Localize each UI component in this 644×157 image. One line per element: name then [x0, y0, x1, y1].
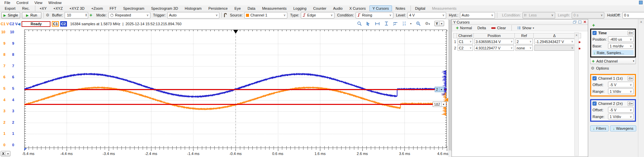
- tab-export[interactable]: Export: [2, 5, 19, 11]
- gear-icon[interactable]: ⚙▾: [628, 76, 634, 81]
- tab-rec-[interactable]: Rec.: [19, 5, 33, 11]
- close-icon[interactable]: ✕: [583, 20, 586, 24]
- time-checkbox[interactable]: ✓: [593, 31, 597, 35]
- tab-audio[interactable]: Audio: [330, 5, 346, 11]
- plot-scrollbar[interactable]: [448, 19, 452, 151]
- holdoff-select[interactable]: 0 s ∨: [622, 12, 644, 18]
- channel1-range-select[interactable]: 1 V/div ∨: [608, 88, 634, 94]
- cursor-channel-select[interactable]: C1∨: [458, 39, 473, 44]
- x-axis-combo[interactable]: X ▼: [1, 151, 10, 156]
- channel2-range-select[interactable]: 1 V/div ∨: [608, 114, 634, 119]
- single-button[interactable]: ▶ Single: [1, 12, 20, 18]
- time-base-select[interactable]: 1 ms/div ∨: [608, 43, 634, 49]
- divider: |: [122, 22, 123, 26]
- menu-item-view[interactable]: View: [31, 0, 45, 5]
- add-normal-cursor-button[interactable]: + Normal: [454, 25, 474, 31]
- tab-counter[interactable]: Counter: [310, 5, 329, 11]
- tab-digital[interactable]: Digital: [410, 5, 428, 11]
- cursor-ref-select[interactable]: 2∨: [515, 39, 533, 44]
- add-channel-button[interactable]: + Add Channel ▾: [590, 58, 636, 64]
- zoom-icon[interactable]: [357, 21, 362, 26]
- run-button[interactable]: ▶ Run: [22, 12, 41, 18]
- tab-fft[interactable]: FFT: [107, 5, 119, 11]
- y-axis-combo[interactable]: Y ▼: [434, 21, 444, 26]
- tab--zoom[interactable]: +Zoom: [88, 5, 106, 11]
- tab-y-cursors[interactable]: Y Cursors: [369, 5, 392, 11]
- cursors-scrollbar[interactable]: ▲: [574, 32, 579, 156]
- clear-cursors-button[interactable]: Clear: [489, 26, 508, 30]
- channel1-checkbox[interactable]: ✓: [593, 76, 597, 80]
- fit-height-icon[interactable]: [384, 21, 389, 26]
- channel2-badge[interactable]: C2: [60, 21, 67, 27]
- spinner-arrows-icon[interactable]: ▲▼: [83, 13, 87, 17]
- quadrants-icon[interactable]: 1 23 4: [402, 21, 406, 26]
- trigger-select[interactable]: Auto ∨: [167, 12, 219, 18]
- menu-item-window[interactable]: Window: [45, 0, 65, 5]
- waveform-plot[interactable]: [24, 30, 448, 151]
- tab-measurements[interactable]: Measurements: [259, 5, 290, 11]
- cursor-position-select[interactable]: 4.931129477 V∨: [474, 45, 514, 51]
- hysteresis-select[interactable]: Auto ∨: [460, 12, 495, 18]
- gear-icon[interactable]: ⚙▾: [628, 31, 634, 35]
- collapse-left-icon[interactable]: ◀: [17, 22, 20, 26]
- scroll-up-icon[interactable]: ▲: [638, 19, 644, 24]
- panel-scrollbar[interactable]: ▲: [638, 19, 644, 157]
- tab-notes[interactable]: Notes: [393, 5, 408, 11]
- fit-width-icon[interactable]: [375, 22, 380, 26]
- cursor-position-select[interactable]: 3.636595134 V∨: [474, 39, 514, 44]
- tab-x-cursors[interactable]: X Cursors: [346, 5, 369, 11]
- tab-spectrogram-3d[interactable]: Spectrogram 3D: [148, 5, 181, 11]
- buffer-input[interactable]: 10 ▲▼: [65, 12, 88, 18]
- buffer-gear-icon[interactable]: ⚙: [46, 13, 49, 17]
- tab--xyz[interactable]: +XYZ: [50, 5, 66, 11]
- restore-icon[interactable]: [573, 21, 576, 24]
- menu-item-file[interactable]: File: [1, 0, 13, 5]
- channel1-badge[interactable]: C1: [52, 21, 59, 27]
- zoom-plus-icon[interactable]: [416, 21, 421, 26]
- tab-measurements[interactable]: Measurements: [429, 5, 460, 11]
- tab--xy[interactable]: +XY: [35, 5, 49, 11]
- gear-icon[interactable]: ⚙▾: [628, 101, 634, 106]
- channel1-offset-select[interactable]: -5 V ∨: [608, 82, 634, 87]
- add-icon[interactable]: +: [592, 23, 595, 28]
- tab-eye[interactable]: Eye: [231, 5, 244, 11]
- tab-spectrogram[interactable]: Spectrogram: [120, 5, 147, 11]
- tab-logging[interactable]: Logging: [290, 5, 310, 11]
- menu-item-control[interactable]: Control: [13, 0, 31, 5]
- tab-histogram[interactable]: Histogram: [182, 5, 205, 11]
- cursor-channel-select[interactable]: C2∨: [458, 45, 473, 51]
- add-buffer-icon[interactable]: +: [90, 12, 92, 18]
- source-select[interactable]: Channel 1 ∨: [244, 12, 287, 18]
- condition-select[interactable]: Rising ∨: [356, 12, 393, 18]
- condition-label: Condition:: [337, 13, 354, 17]
- tab-data[interactable]: Data: [245, 5, 258, 11]
- measure-icon[interactable]: [393, 22, 398, 26]
- channel2-checkbox[interactable]: ✓: [593, 102, 597, 106]
- mode-select[interactable]: Repeated ∨: [108, 12, 150, 18]
- maximize-icon[interactable]: [578, 21, 581, 24]
- add-delta-cursor-button[interactable]: Delta: [475, 26, 488, 30]
- gear-menu-icon[interactable]: ⚙▾: [425, 21, 430, 26]
- level-select[interactable]: 4 V ∨: [407, 12, 446, 18]
- y-tick-c2: 0: [5, 143, 14, 147]
- mode-label: Mode:: [96, 13, 107, 17]
- channel2-offset-select[interactable]: -5 V ∨: [608, 107, 634, 113]
- filters-button[interactable]: ↓ Filters: [590, 125, 609, 131]
- tab-persistence[interactable]: Persistence: [205, 5, 230, 11]
- x-tick: -1.4 ms: [187, 152, 200, 156]
- cursor2-handle[interactable]: 2 ▼: [435, 87, 444, 92]
- rate-samples-button[interactable]: ↓ Rate, Samples...: [593, 50, 634, 55]
- cursor-delta-select[interactable]: -1.2945343427 V∨: [534, 39, 575, 44]
- scroll-up-icon[interactable]: ▲: [575, 33, 578, 37]
- pointer-icon[interactable]: [366, 22, 370, 26]
- options-button[interactable]: ⚙ Options: [591, 66, 609, 71]
- wavegens-button[interactable]: ↓ Wavegens: [610, 125, 636, 131]
- x-combo-label: X: [2, 152, 4, 156]
- show-menu-button[interactable]: Show ▾: [515, 26, 536, 30]
- type-select[interactable]: Edge ∨: [301, 12, 334, 18]
- tab--xyz-3d[interactable]: +XYZ 3D: [66, 5, 87, 11]
- chevron-down-icon[interactable]: ▾: [410, 22, 412, 25]
- cursor-ref-select[interactable]: none∨: [515, 45, 533, 51]
- time-position-select[interactable]: -400 us ∨: [608, 36, 634, 42]
- cursor1-handle[interactable]: 1Δ2 ▼: [433, 102, 446, 107]
